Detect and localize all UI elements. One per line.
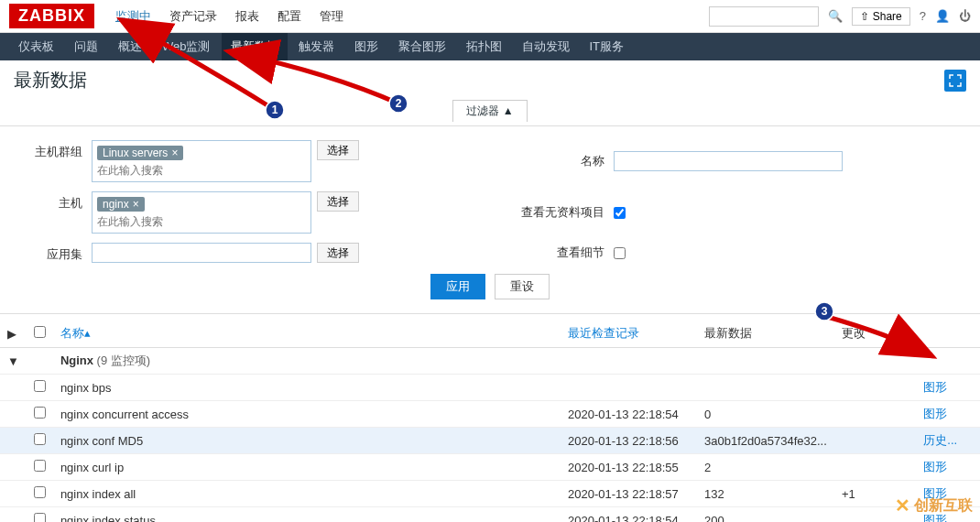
item-latest-data: 132 bbox=[697, 481, 834, 507]
host-select-button[interactable]: 选择 bbox=[317, 191, 359, 212]
sub-menu-item[interactable]: 聚合图形 bbox=[389, 33, 455, 60]
no-data-checkbox[interactable] bbox=[614, 207, 626, 219]
host-group-select-button[interactable]: 选择 bbox=[317, 140, 359, 160]
host-group-input[interactable]: Linux servers× bbox=[92, 140, 311, 182]
search-icon[interactable]: 🔍 bbox=[828, 9, 843, 23]
check-all[interactable] bbox=[34, 326, 46, 338]
no-data-label: 查看无资料项目 bbox=[495, 204, 614, 221]
sub-menu-bar: 仪表板问题概述Web监测最新数据触发器图形聚合图形拓扑图自动发现IT服务 bbox=[0, 33, 980, 60]
col-action bbox=[916, 320, 980, 348]
item-action-link[interactable]: 图形 bbox=[923, 460, 947, 473]
sub-menu-item[interactable]: 概述 bbox=[109, 33, 151, 60]
toggle-all[interactable]: ▶ bbox=[0, 320, 27, 348]
item-change bbox=[834, 454, 916, 481]
host-input[interactable]: nginx× bbox=[92, 191, 311, 234]
row-checkbox[interactable] bbox=[34, 433, 46, 445]
table-row: nginx curl ip2020-01-13 22:18:552图形 bbox=[0, 454, 980, 481]
top-menu-item[interactable]: 配置 bbox=[270, 8, 309, 25]
item-name: nginx index all bbox=[53, 481, 561, 507]
row-checkbox[interactable] bbox=[34, 486, 46, 498]
close-icon[interactable]: × bbox=[133, 198, 139, 211]
group-toggle[interactable]: ▼ bbox=[0, 348, 27, 375]
table-row: nginx bps图形 bbox=[0, 375, 980, 401]
data-table: ▶ 名称▴ 最近检查记录 最新数据 更改 ▼Nginx (9 监控项)nginx… bbox=[0, 320, 980, 522]
top-menu-item[interactable]: 报表 bbox=[228, 8, 267, 25]
item-name: nginx concurrent access bbox=[53, 401, 561, 428]
table-row: nginx index status2020-01-13 22:18:54200… bbox=[0, 507, 980, 523]
sub-menu-item[interactable]: IT服务 bbox=[581, 33, 634, 60]
host-group-search[interactable] bbox=[95, 162, 308, 179]
name-input[interactable] bbox=[614, 151, 843, 171]
detail-checkbox[interactable] bbox=[614, 247, 626, 259]
help-icon[interactable]: ? bbox=[920, 9, 926, 23]
col-data: 最新数据 bbox=[697, 320, 834, 348]
item-latest-data: 3a0b1f2d0a5734fe32... bbox=[697, 428, 834, 454]
watermark-text: 创新互联 bbox=[914, 496, 973, 516]
watermark-icon: ✕ bbox=[895, 495, 910, 517]
power-icon[interactable]: ⏻ bbox=[959, 9, 971, 23]
app-select-button[interactable]: 选择 bbox=[317, 243, 359, 263]
filter-toggle-button[interactable]: 过滤器 ▲ bbox=[452, 100, 527, 122]
filter-toggle-label: 过滤器 bbox=[466, 104, 499, 117]
watermark: ✕ 创新互联 bbox=[895, 495, 973, 517]
table-row: nginx concurrent access2020-01-13 22:18:… bbox=[0, 401, 980, 428]
app-input[interactable] bbox=[92, 243, 311, 263]
table-row: nginx index all2020-01-13 22:18:57132+1图… bbox=[0, 481, 980, 507]
item-name: nginx curl ip bbox=[53, 454, 561, 481]
row-checkbox[interactable] bbox=[34, 380, 46, 392]
item-check-time: 2020-01-13 22:18:57 bbox=[561, 481, 697, 507]
col-check[interactable]: 最近检查记录 bbox=[561, 320, 697, 348]
app-label: 应用集 bbox=[18, 243, 92, 263]
global-search-input[interactable] bbox=[709, 6, 819, 27]
sub-menu-item[interactable]: 触发器 bbox=[289, 33, 343, 60]
item-action-link[interactable]: 历史... bbox=[923, 433, 957, 447]
expand-icon bbox=[949, 74, 962, 87]
item-change bbox=[834, 428, 916, 454]
reset-button[interactable]: 重设 bbox=[495, 274, 550, 299]
host-group-tag[interactable]: Linux servers× bbox=[97, 146, 183, 160]
host-tag[interactable]: nginx× bbox=[97, 197, 145, 212]
item-action-link[interactable]: 图形 bbox=[923, 380, 947, 394]
page-title: 最新数据 bbox=[14, 68, 87, 92]
row-checkbox[interactable] bbox=[34, 407, 46, 419]
row-checkbox[interactable] bbox=[34, 513, 46, 522]
item-check-time: 2020-01-13 22:18:55 bbox=[561, 454, 697, 481]
host-search[interactable] bbox=[95, 213, 308, 230]
host-label: 主机 bbox=[18, 191, 92, 212]
sub-menu-item[interactable]: 最新数据 bbox=[222, 33, 288, 60]
sub-menu-item[interactable]: 自动发现 bbox=[513, 33, 579, 60]
top-menu-item[interactable]: 资产记录 bbox=[162, 8, 224, 25]
detail-label: 查看细节 bbox=[495, 245, 614, 261]
filter-toggle-row: 过滤器 ▲ bbox=[0, 100, 980, 126]
sub-menu-item[interactable]: 图形 bbox=[345, 33, 387, 60]
user-icon[interactable]: 👤 bbox=[935, 9, 950, 23]
row-checkbox[interactable] bbox=[34, 460, 46, 472]
tag-text: nginx bbox=[103, 198, 129, 211]
sub-menu-item[interactable]: Web监测 bbox=[153, 33, 220, 60]
col-change: 更改 bbox=[834, 320, 916, 348]
name-label: 名称 bbox=[495, 153, 614, 169]
share-label: Share bbox=[873, 10, 902, 23]
fullscreen-button[interactable] bbox=[944, 70, 966, 92]
top-menu-item[interactable]: 管理 bbox=[312, 8, 351, 25]
top-right: 🔍 ⇧ Share ? 👤 ⏻ bbox=[709, 6, 971, 27]
share-button[interactable]: ⇧ Share bbox=[852, 7, 909, 26]
sub-menu-item[interactable]: 问题 bbox=[65, 33, 107, 60]
tag-text: Linux servers bbox=[103, 147, 168, 159]
table-row: nginx conf MD52020-01-13 22:18:563a0b1f2… bbox=[0, 428, 980, 454]
item-action-link[interactable]: 图形 bbox=[923, 407, 947, 420]
item-check-time bbox=[561, 375, 697, 401]
logo: ZABBIX bbox=[9, 4, 94, 28]
apply-button[interactable]: 应用 bbox=[430, 274, 485, 299]
item-latest-data: 200 bbox=[697, 507, 834, 523]
top-menu-item[interactable]: 监测中 bbox=[108, 8, 158, 25]
filter-actions: 应用 重设 bbox=[18, 274, 962, 299]
item-change bbox=[834, 375, 916, 401]
sub-menu-item[interactable]: 拓扑图 bbox=[457, 33, 511, 60]
host-group-label: 主机群组 bbox=[18, 140, 92, 160]
check-all-header bbox=[27, 320, 53, 348]
item-check-time: 2020-01-13 22:18:56 bbox=[561, 428, 697, 454]
sub-menu-item[interactable]: 仪表板 bbox=[9, 33, 63, 60]
close-icon[interactable]: × bbox=[171, 147, 178, 159]
col-name[interactable]: 名称▴ bbox=[53, 320, 561, 348]
